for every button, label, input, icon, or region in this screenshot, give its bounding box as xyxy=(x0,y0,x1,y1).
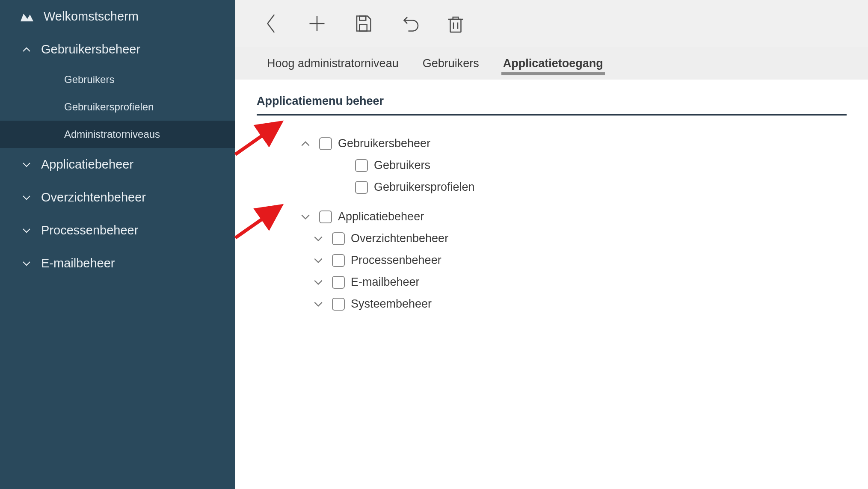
tree-item-overzichtenbeheer[interactable]: Overzichtenbeheer xyxy=(257,228,847,249)
sidebar-item-label: Overzichtenbeheer xyxy=(41,190,146,204)
chevron-up-icon xyxy=(21,44,33,56)
tree-item-label: Systeembeheer xyxy=(351,297,432,311)
chevron-down-icon[interactable] xyxy=(312,233,324,245)
checkbox[interactable] xyxy=(332,298,345,311)
checkbox[interactable] xyxy=(355,181,368,194)
tree-item-label: E-mailbeheer xyxy=(351,276,420,289)
tree-item-label: Processenbeheer xyxy=(351,254,441,267)
chevron-down-icon xyxy=(21,192,33,204)
sidebar-item-overzichtenbeheer[interactable]: Overzichtenbeheer xyxy=(0,181,235,214)
save-button[interactable] xyxy=(353,13,374,34)
chevron-down-icon[interactable] xyxy=(312,276,324,288)
tree-item-gebruikersbeheer[interactable]: Gebruikersbeheer xyxy=(257,133,847,154)
tab-bar: Hoog administratorniveau Gebruikers Appl… xyxy=(235,47,868,80)
sidebar-item-label: Applicatiebeheer xyxy=(41,157,133,172)
tree-item-emailbeheer[interactable]: E-mailbeheer xyxy=(257,271,847,293)
tab-label: Gebruikers xyxy=(423,57,479,70)
checkbox[interactable] xyxy=(319,210,332,223)
chevron-down-icon xyxy=(21,258,33,270)
sidebar-sub-gebruikers[interactable]: Gebruikers xyxy=(0,66,235,93)
tree-item-gebruikersprofielen[interactable]: Gebruikersprofielen xyxy=(257,176,847,198)
back-button[interactable] xyxy=(260,13,281,34)
svg-rect-5 xyxy=(450,19,461,32)
undo-button[interactable] xyxy=(399,13,420,34)
chevron-down-icon[interactable] xyxy=(312,255,324,267)
tab-label: Applicatietoegang xyxy=(503,57,603,70)
sidebar-sub-label: Administratorniveaus xyxy=(64,128,160,140)
tree-item-label: Gebruikersprofielen xyxy=(374,181,475,194)
chevron-down-icon xyxy=(21,225,33,237)
sidebar-sub-administratorniveaus[interactable]: Administratorniveaus xyxy=(0,121,235,148)
tree-item-label: Applicatiebeheer xyxy=(338,210,424,223)
svg-marker-0 xyxy=(21,14,33,21)
content-area: Applicatiemenu beheer Gebruikersbeheer G… xyxy=(235,80,868,328)
sidebar-item-label: Welkomstscherm xyxy=(44,9,139,24)
tab-label: Hoog administratorniveau xyxy=(267,57,399,70)
tree-item-systeembeheer[interactable]: Systeembeheer xyxy=(257,293,847,315)
tree-item-label: Gebruikers xyxy=(374,159,430,172)
sidebar-sub-label: Gebruikersprofielen xyxy=(64,101,154,113)
tab-applicatietoegang[interactable]: Applicatietoegang xyxy=(501,49,605,78)
sidebar-item-label: E-mailbeheer xyxy=(41,256,115,270)
svg-rect-3 xyxy=(359,25,367,31)
home-icon xyxy=(21,10,33,23)
checkbox[interactable] xyxy=(332,276,345,289)
delete-button[interactable] xyxy=(445,13,466,34)
sidebar-item-label: Gebruikersbeheer xyxy=(41,42,140,56)
tree-item-applicatiebeheer[interactable]: Applicatiebeheer xyxy=(257,206,847,228)
sidebar-sub-gebruikersprofielen[interactable]: Gebruikersprofielen xyxy=(0,93,235,121)
sidebar-item-applicatiebeheer[interactable]: Applicatiebeheer xyxy=(0,148,235,181)
checkbox[interactable] xyxy=(355,159,368,172)
sidebar-item-emailbeheer[interactable]: E-mailbeheer xyxy=(0,247,235,280)
chevron-down-icon xyxy=(21,159,33,171)
tree-item-gebruikers[interactable]: Gebruikers xyxy=(257,154,847,176)
tree-item-processenbeheer[interactable]: Processenbeheer xyxy=(257,249,847,271)
sidebar-sub-label: Gebruikers xyxy=(64,74,114,85)
sidebar-item-welcome[interactable]: Welkomstscherm xyxy=(0,0,235,33)
chevron-up-icon[interactable] xyxy=(299,138,311,150)
sidebar-item-processenbeheer[interactable]: Processenbeheer xyxy=(0,214,235,247)
tree-item-label: Overzichtenbeheer xyxy=(351,232,448,245)
section-title: Applicatiemenu beheer xyxy=(257,95,847,116)
chevron-down-icon[interactable] xyxy=(299,211,311,223)
checkbox[interactable] xyxy=(319,137,332,150)
add-button[interactable] xyxy=(306,13,328,34)
sidebar-item-label: Processenbeheer xyxy=(41,223,138,237)
main-content: Hoog administratorniveau Gebruikers Appl… xyxy=(235,0,868,489)
checkbox[interactable] xyxy=(332,254,345,267)
sidebar: Welkomstscherm Gebruikersbeheer Gebruike… xyxy=(0,0,235,489)
chevron-down-icon[interactable] xyxy=(312,298,324,310)
permission-tree: Gebruikersbeheer Gebruikers Gebruikerspr… xyxy=(257,133,847,315)
checkbox[interactable] xyxy=(332,232,345,245)
tab-hoog-administratorniveau[interactable]: Hoog administratorniveau xyxy=(265,49,400,78)
svg-rect-4 xyxy=(359,16,366,21)
tree-item-label: Gebruikersbeheer xyxy=(338,137,430,150)
toolbar xyxy=(235,0,868,47)
sidebar-item-gebruikersbeheer[interactable]: Gebruikersbeheer xyxy=(0,33,235,66)
tab-gebruikers[interactable]: Gebruikers xyxy=(421,49,481,78)
